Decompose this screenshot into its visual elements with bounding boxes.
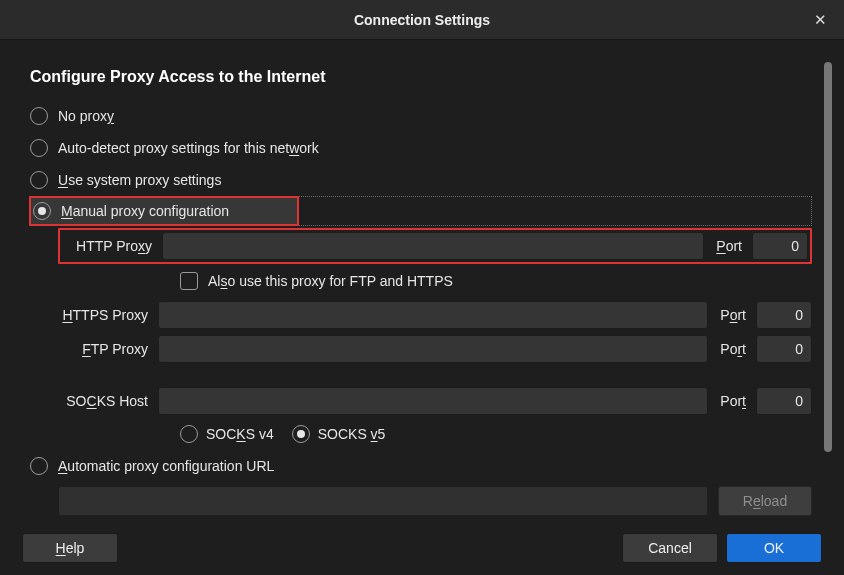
ftp-port-label: Port [714,341,750,357]
socks-port-input[interactable] [756,387,812,415]
close-button[interactable]: ✕ [808,8,832,32]
radio-socks-v4-row[interactable]: SOCKS v4 [180,419,274,449]
socks-host-row: SOCKS Host Port [58,384,812,418]
cancel-button[interactable]: Cancel [622,533,718,563]
radio-no-proxy[interactable] [30,107,48,125]
radio-socks-v4-label: SOCKS v4 [206,426,274,442]
radio-manual-row[interactable]: Manual proxy configuration [29,196,299,226]
radio-system[interactable] [30,171,48,189]
socks-host-label: SOCKS Host [58,393,152,409]
radio-no-proxy-row[interactable]: No proxy [30,100,812,132]
https-proxy-input[interactable] [158,301,708,329]
radio-manual-label: Manual proxy configuration [61,203,229,219]
radio-autodetect[interactable] [30,139,48,157]
scroll-content: Configure Proxy Access to the Internet N… [6,40,818,521]
socks-port-label: Port [714,393,750,409]
help-button[interactable]: Help [22,533,118,563]
radio-manual-row-focus: Manual proxy configuration [30,196,812,226]
ftp-proxy-label: FTP Proxy [58,341,152,357]
radio-socks-v5[interactable] [292,425,310,443]
socks-version-row: SOCKS v4 SOCKS v5 [180,418,812,450]
http-port-input[interactable] [752,232,808,260]
https-proxy-label: HTTPS Proxy [58,307,152,323]
ftp-port-input[interactable] [756,335,812,363]
radio-socks-v5-label: SOCKS v5 [318,426,386,442]
https-proxy-row: HTTPS Proxy Port [58,298,812,332]
https-port-label: Port [714,307,750,323]
section-heading: Configure Proxy Access to the Internet [30,68,812,86]
http-port-label: Port [710,238,746,254]
reload-button: Reload [718,486,812,516]
ok-button[interactable]: OK [726,533,822,563]
close-icon: ✕ [814,11,827,29]
radio-manual[interactable] [33,202,51,220]
radio-autodetect-label: Auto-detect proxy settings for this netw… [58,140,319,156]
proxy-form: HTTP Proxy Port Also use this proxy for … [58,228,812,450]
radio-auto-url[interactable] [30,457,48,475]
radio-system-label: Use system proxy settings [58,172,221,188]
http-proxy-label: HTTP Proxy [62,238,156,254]
also-use-label: Also use this proxy for FTP and HTTPS [208,273,453,289]
scrollbar-thumb[interactable] [824,62,832,452]
also-use-row[interactable]: Also use this proxy for FTP and HTTPS [180,264,812,298]
radio-auto-url-label: Automatic proxy configuration URL [58,458,274,474]
also-use-checkbox[interactable] [180,272,198,290]
radio-socks-v4[interactable] [180,425,198,443]
ftp-proxy-input[interactable] [158,335,708,363]
http-proxy-input[interactable] [162,232,704,260]
socks-host-input[interactable] [158,387,708,415]
content-area: Configure Proxy Access to the Internet N… [6,40,838,521]
radio-system-row[interactable]: Use system proxy settings [30,164,812,196]
dialog-footer: Help Cancel OK [0,521,844,575]
radio-auto-url-row[interactable]: Automatic proxy configuration URL [30,450,812,482]
ftp-proxy-row: FTP Proxy Port [58,332,812,366]
titlebar: Connection Settings ✕ [0,0,844,40]
radio-no-proxy-label: No proxy [58,108,114,124]
window-title: Connection Settings [354,12,490,28]
https-port-input[interactable] [756,301,812,329]
spacer [58,366,812,384]
auto-url-input-row: Reload [58,486,812,516]
radio-autodetect-row[interactable]: Auto-detect proxy settings for this netw… [30,132,812,164]
http-proxy-row-highlight: HTTP Proxy Port [58,228,812,264]
radio-socks-v5-row[interactable]: SOCKS v5 [292,419,386,449]
auto-url-input [58,486,708,516]
